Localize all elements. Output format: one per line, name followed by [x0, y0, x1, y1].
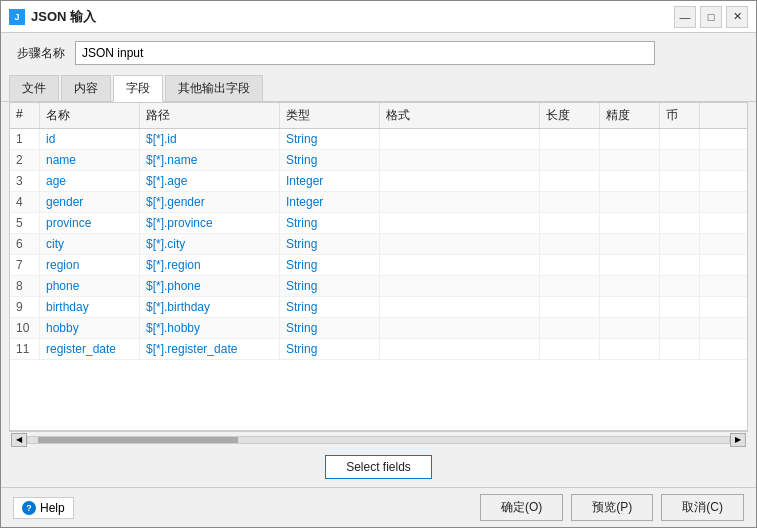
table-row[interactable]: 7 region $[*].region String — [10, 255, 747, 276]
cell-path: $[*].register_date — [140, 339, 280, 359]
header-path: 路径 — [140, 103, 280, 128]
cell-currency — [660, 171, 700, 191]
window-title: JSON 输入 — [31, 8, 96, 26]
header-precision: 精度 — [600, 103, 660, 128]
tab-file[interactable]: 文件 — [9, 75, 59, 101]
cell-name: register_date — [40, 339, 140, 359]
cell-length — [540, 255, 600, 275]
cell-name: hobby — [40, 318, 140, 338]
cell-precision — [600, 297, 660, 317]
table-row[interactable]: 9 birthday $[*].birthday String — [10, 297, 747, 318]
cell-format — [380, 318, 540, 338]
cell-num: 7 — [10, 255, 40, 275]
cell-num: 8 — [10, 276, 40, 296]
cell-num: 4 — [10, 192, 40, 212]
cell-name: region — [40, 255, 140, 275]
cell-format — [380, 276, 540, 296]
help-label: Help — [40, 501, 65, 515]
cell-length — [540, 150, 600, 170]
scroll-track[interactable] — [27, 436, 730, 444]
cell-precision — [600, 150, 660, 170]
cell-num: 10 — [10, 318, 40, 338]
scroll-right-arrow[interactable]: ▶ — [730, 433, 746, 447]
table-row[interactable]: 10 hobby $[*].hobby String — [10, 318, 747, 339]
cell-precision — [600, 276, 660, 296]
cell-precision — [600, 339, 660, 359]
close-button[interactable]: ✕ — [726, 6, 748, 28]
cell-length — [540, 339, 600, 359]
tab-fields[interactable]: 字段 — [113, 75, 163, 102]
cell-num: 6 — [10, 234, 40, 254]
cell-num: 2 — [10, 150, 40, 170]
bottom-bar: ? Help 确定(O) 预览(P) 取消(C) — [1, 487, 756, 527]
tab-content[interactable]: 内容 — [61, 75, 111, 101]
table-row[interactable]: 3 age $[*].age Integer — [10, 171, 747, 192]
cell-length — [540, 192, 600, 212]
cell-format — [380, 213, 540, 233]
help-button[interactable]: ? Help — [13, 497, 74, 519]
scroll-left-arrow[interactable]: ◀ — [11, 433, 27, 447]
cell-type: String — [280, 213, 380, 233]
cell-format — [380, 171, 540, 191]
cell-num: 5 — [10, 213, 40, 233]
cell-format — [380, 234, 540, 254]
scroll-thumb[interactable] — [38, 437, 238, 443]
title-controls: — □ ✕ — [674, 6, 748, 28]
cell-num: 3 — [10, 171, 40, 191]
header-name: 名称 — [40, 103, 140, 128]
tab-other-output[interactable]: 其他输出字段 — [165, 75, 263, 101]
minimize-button[interactable]: — — [674, 6, 696, 28]
header-currency: 币 — [660, 103, 700, 128]
table-row[interactable]: 8 phone $[*].phone String — [10, 276, 747, 297]
table-row[interactable]: 4 gender $[*].gender Integer — [10, 192, 747, 213]
header-type: 类型 — [280, 103, 380, 128]
preview-button[interactable]: 预览(P) — [571, 494, 653, 521]
cell-precision — [600, 234, 660, 254]
table-row[interactable]: 6 city $[*].city String — [10, 234, 747, 255]
cell-currency — [660, 213, 700, 233]
cell-length — [540, 297, 600, 317]
cell-length — [540, 318, 600, 338]
table-row[interactable]: 1 id $[*].id String — [10, 129, 747, 150]
cell-path: $[*].age — [140, 171, 280, 191]
select-fields-button[interactable]: Select fields — [325, 455, 432, 479]
cell-currency — [660, 297, 700, 317]
cell-precision — [600, 192, 660, 212]
cell-length — [540, 213, 600, 233]
horizontal-scrollbar[interactable]: ◀ ▶ — [9, 431, 748, 447]
cell-num: 1 — [10, 129, 40, 149]
step-name-label: 步骤名称 — [17, 45, 65, 62]
cancel-button[interactable]: 取消(C) — [661, 494, 744, 521]
confirm-button[interactable]: 确定(O) — [480, 494, 563, 521]
table-row[interactable]: 2 name $[*].name String — [10, 150, 747, 171]
table-row[interactable]: 5 province $[*].province String — [10, 213, 747, 234]
cell-currency — [660, 276, 700, 296]
cell-name: id — [40, 129, 140, 149]
cell-length — [540, 276, 600, 296]
cell-precision — [600, 213, 660, 233]
cell-type: String — [280, 297, 380, 317]
cell-type: Integer — [280, 171, 380, 191]
header-length: 长度 — [540, 103, 600, 128]
table-row[interactable]: 11 register_date $[*].register_date Stri… — [10, 339, 747, 360]
main-window: J JSON 输入 — □ ✕ 步骤名称 文件 内容 字段 其他输出字段 # 名… — [0, 0, 757, 528]
cell-name: age — [40, 171, 140, 191]
cell-path: $[*].city — [140, 234, 280, 254]
action-buttons: 确定(O) 预览(P) 取消(C) — [480, 494, 744, 521]
cell-length — [540, 171, 600, 191]
cell-format — [380, 255, 540, 275]
cell-num: 9 — [10, 297, 40, 317]
cell-num: 11 — [10, 339, 40, 359]
maximize-button[interactable]: □ — [700, 6, 722, 28]
step-name-input[interactable] — [75, 41, 655, 65]
cell-name: birthday — [40, 297, 140, 317]
cell-format — [380, 192, 540, 212]
cell-path: $[*].gender — [140, 192, 280, 212]
cell-type: Integer — [280, 192, 380, 212]
cell-currency — [660, 339, 700, 359]
table-body: 1 id $[*].id String 2 name $[*].name Str… — [10, 129, 747, 430]
cell-path: $[*].province — [140, 213, 280, 233]
cell-path: $[*].name — [140, 150, 280, 170]
cell-currency — [660, 129, 700, 149]
cell-precision — [600, 318, 660, 338]
